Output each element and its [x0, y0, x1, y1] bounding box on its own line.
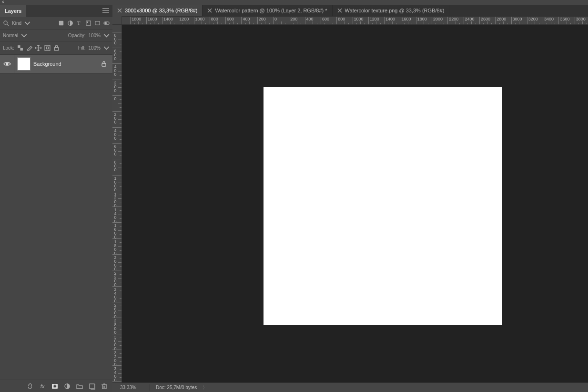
- document-tabs-bar: 3000x3000 @ 33,3% (RGB/8#)Watercolor pat…: [112, 5, 588, 16]
- panel-menu-icon[interactable]: [102, 8, 110, 13]
- chevron-down-icon[interactable]: [24, 20, 30, 26]
- search-icon: [3, 20, 9, 26]
- blend-mode-select[interactable]: Normal: [3, 33, 18, 38]
- status-bar: 33,33% Doc: 25,7M/0 bytes 〉: [112, 382, 588, 392]
- chevron-down-icon[interactable]: [103, 32, 110, 39]
- svg-line-4: [7, 24, 9, 26]
- layers-panel: Layers Kind T Normal Opacity: 100% Lock:…: [0, 5, 112, 392]
- svg-rect-5: [59, 21, 63, 25]
- filter-type-icon[interactable]: T: [76, 20, 82, 26]
- lock-all-icon[interactable]: [53, 45, 60, 51]
- link-layers-icon[interactable]: [27, 383, 33, 390]
- workspace: 1800160014001200100080060040020002004006…: [112, 16, 588, 392]
- chevron-down-icon[interactable]: [21, 32, 27, 39]
- svg-point-23: [53, 385, 56, 388]
- horizontal-ruler[interactable]: 1800160014001200100080060040020002004006…: [122, 16, 588, 25]
- svg-rect-13: [18, 45, 20, 48]
- doc-info-label[interactable]: Doc: 25,7M/0 bytes: [154, 385, 199, 390]
- close-icon[interactable]: [337, 8, 342, 13]
- svg-point-3: [4, 21, 7, 24]
- collapse-panels-icon[interactable]: ‹‹: [2, 0, 3, 4]
- lock-icon[interactable]: [101, 61, 112, 67]
- layers-list[interactable]: Background: [0, 54, 112, 380]
- document-tab[interactable]: Watercolor pattern @ 100% (Layer 2, RGB/…: [203, 5, 332, 16]
- group-icon[interactable]: [76, 383, 83, 390]
- status-caret-icon[interactable]: 〉: [203, 384, 207, 391]
- fill-label: Fill:: [78, 45, 86, 51]
- document-tab[interactable]: 3000x3000 @ 33,3% (RGB/8#): [112, 5, 203, 16]
- lock-label: Lock:: [3, 45, 14, 51]
- layer-row[interactable]: Background: [0, 54, 112, 73]
- lock-pixels-icon[interactable]: [26, 45, 32, 51]
- svg-rect-19: [54, 47, 59, 51]
- filter-toggle-icon[interactable]: [103, 20, 110, 26]
- svg-rect-14: [20, 48, 22, 51]
- visibility-toggle[interactable]: [0, 55, 14, 73]
- opacity-label: Opacity:: [68, 33, 86, 38]
- fill-value-field[interactable]: 100%: [88, 45, 101, 51]
- layers-panel-tab[interactable]: Layers: [0, 5, 26, 17]
- ruler-origin-corner[interactable]: [112, 16, 122, 25]
- filter-adjust-icon[interactable]: [67, 20, 73, 26]
- vertical-ruler[interactable]: 8006004002000200400600800100012001400160…: [112, 25, 122, 382]
- layer-thumbnail[interactable]: [17, 57, 30, 71]
- lock-position-icon[interactable]: [35, 45, 41, 51]
- svg-rect-21: [102, 63, 106, 66]
- blend-opacity-row: Normal Opacity: 100%: [0, 30, 112, 42]
- filter-kind-label[interactable]: Kind: [12, 21, 21, 26]
- svg-rect-26: [102, 385, 106, 389]
- app-topbar: ‹‹: [0, 0, 588, 5]
- svg-point-20: [6, 63, 8, 65]
- filter-shape-icon[interactable]: [85, 20, 91, 26]
- new-layer-icon[interactable]: [89, 383, 95, 390]
- opacity-value-field[interactable]: 100%: [88, 33, 101, 38]
- canvas[interactable]: [264, 87, 502, 325]
- layer-name-label[interactable]: Background: [33, 61, 101, 67]
- svg-text:T: T: [77, 20, 81, 26]
- lock-artboard-icon[interactable]: [44, 45, 51, 51]
- svg-rect-18: [46, 47, 48, 49]
- layer-mask-icon[interactable]: [51, 383, 58, 390]
- chevron-down-icon[interactable]: [103, 45, 110, 51]
- svg-rect-8: [86, 21, 91, 25]
- svg-rect-17: [45, 45, 50, 51]
- lock-fill-row: Lock: Fill: 100%: [0, 42, 112, 54]
- zoom-field[interactable]: 33,33%: [117, 385, 146, 390]
- layer-filter-row: Kind T: [0, 17, 112, 30]
- canvas-viewport[interactable]: [122, 25, 588, 382]
- svg-rect-10: [95, 21, 100, 25]
- filter-smart-icon[interactable]: [94, 20, 101, 26]
- document-tab-title: Watercolor texture.png @ 33,3% (RGB/8#): [345, 8, 445, 13]
- lock-transparent-icon[interactable]: [17, 45, 23, 51]
- layer-style-icon[interactable]: fx: [39, 383, 46, 390]
- svg-point-9: [87, 22, 88, 23]
- close-icon[interactable]: [117, 8, 122, 13]
- close-icon[interactable]: [207, 8, 212, 13]
- document-tab[interactable]: Watercolor texture.png @ 33,3% (RGB/8#): [333, 5, 450, 16]
- panel-tab-bar: Layers: [0, 5, 112, 17]
- document-tab-title: 3000x3000 @ 33,3% (RGB/8#): [125, 8, 197, 13]
- document-area: 3000x3000 @ 33,3% (RGB/8#)Watercolor pat…: [112, 5, 588, 392]
- layers-panel-bottom-bar: fx: [0, 380, 112, 392]
- trash-icon[interactable]: [101, 383, 108, 390]
- adjustment-layer-icon[interactable]: [64, 383, 71, 390]
- filter-pixel-icon[interactable]: [58, 20, 64, 26]
- document-tab-title: Watercolor pattern @ 100% (Layer 2, RGB/…: [215, 8, 327, 13]
- svg-point-12: [105, 22, 107, 24]
- svg-rect-25: [90, 384, 94, 389]
